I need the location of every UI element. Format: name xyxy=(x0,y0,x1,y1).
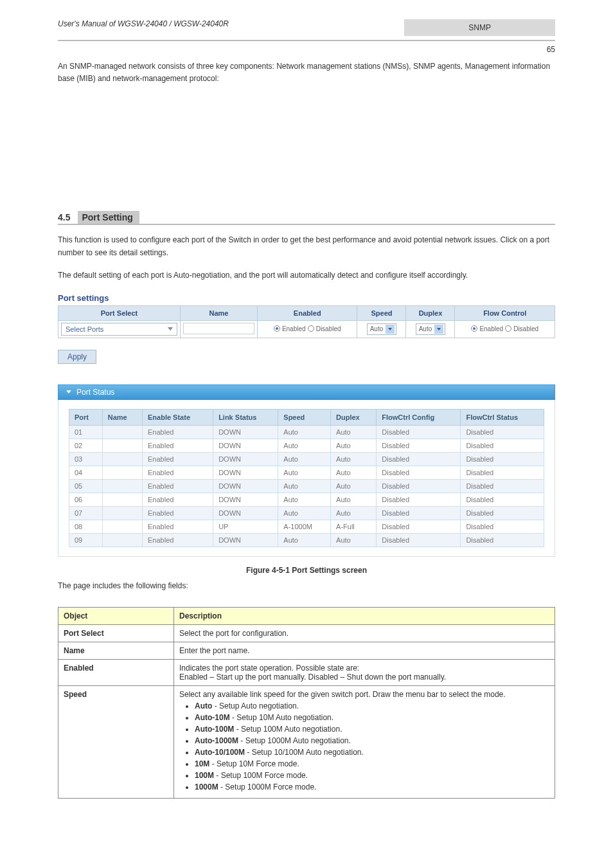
st-cell-link: DOWN xyxy=(213,425,278,439)
od-col-description: Description xyxy=(174,607,555,624)
od-desc-cell: Indicates the port state operation. Poss… xyxy=(174,659,555,685)
speed-dropdown[interactable]: Auto xyxy=(367,323,397,335)
st-cell-name xyxy=(102,425,142,439)
st-cell-speed: Auto xyxy=(278,452,331,466)
list-item: 10M - Setup 10M Force mode. xyxy=(195,759,549,768)
st-cell-fc_cfg: Disabled xyxy=(377,479,461,493)
st-cell-name xyxy=(102,439,142,452)
table-row: NameEnter the port name. xyxy=(58,642,555,659)
od-desc-cell: Select any available link speed for the … xyxy=(174,685,555,798)
list-item: Auto - Setup Auto negotiation. xyxy=(195,701,549,710)
table-row: 08EnabledUPA-1000MA-FullDisabledDisabled xyxy=(69,520,544,533)
figure-caption: Figure 4-5-1 Port Settings screen xyxy=(58,566,555,575)
manual-title: User's Manual of WGSW-24040 / WGSW-24040… xyxy=(58,19,229,28)
od-object-cell: Enabled xyxy=(58,659,174,685)
st-cell-link: DOWN xyxy=(213,506,278,520)
duplex-value: Auto xyxy=(419,325,432,332)
od-desc-cell: Enter the port name. xyxy=(174,642,555,659)
header-section-badge: SNMP xyxy=(404,19,555,36)
list-item: Auto-10M - Setup 10M Auto negotiation. xyxy=(195,713,549,722)
enabled-radio-disabled[interactable]: Disabled xyxy=(308,325,341,332)
st-cell-name xyxy=(102,493,142,506)
st-cell-duplex: Auto xyxy=(331,439,377,452)
st-cell-speed: Auto xyxy=(278,479,331,493)
select-ports-label: Select Ports xyxy=(66,325,103,333)
st-cell-fc_st: Disabled xyxy=(461,479,544,493)
st-cell-fc_st: Disabled xyxy=(461,452,544,466)
enabled-radio-enabled[interactable]: Enabled xyxy=(274,325,306,332)
radio-icon xyxy=(471,325,477,332)
st-cell-port: 02 xyxy=(69,439,103,452)
table-row: 01EnabledDOWNAutoAutoDisabledDisabled xyxy=(69,425,544,439)
select-ports-dropdown[interactable]: Select Ports xyxy=(61,323,177,336)
duplex-dropdown[interactable]: Auto xyxy=(416,323,446,335)
section-divider xyxy=(58,224,555,225)
st-cell-port: 03 xyxy=(69,452,103,466)
object-description-table: Object Description Port SelectSelect the… xyxy=(58,607,555,799)
st-cell-duplex: Auto xyxy=(331,506,377,520)
ps-col-speed: Speed xyxy=(357,305,406,320)
st-cell-fc_st: Disabled xyxy=(461,533,544,547)
st-cell-port: 01 xyxy=(69,425,103,439)
st-cell-link: DOWN xyxy=(213,493,278,506)
st-cell-speed: Auto xyxy=(278,533,331,547)
st-cell-enable: Enabled xyxy=(143,439,213,452)
list-item: Auto-1000M - Setup 1000M Auto negotiatio… xyxy=(195,736,549,745)
st-cell-duplex: Auto xyxy=(331,479,377,493)
st-cell-name xyxy=(102,520,142,533)
st-cell-duplex: Auto xyxy=(331,425,377,439)
section-para-2: The default setting of each port is Auto… xyxy=(58,269,555,282)
ps-col-duplex: Duplex xyxy=(406,305,455,320)
st-cell-enable: Enabled xyxy=(143,520,213,533)
page-number: 65 xyxy=(0,45,613,54)
list-item: Auto-100M - Setup 100M Auto negotiation. xyxy=(195,725,549,734)
radio-icon xyxy=(274,325,280,332)
ps-col-port-select: Port Select xyxy=(58,305,181,320)
table-row: 06EnabledDOWNAutoAutoDisabledDisabled xyxy=(69,493,544,506)
st-cell-link: DOWN xyxy=(213,479,278,493)
st-cell-enable: Enabled xyxy=(143,466,213,479)
st-cell-link: DOWN xyxy=(213,466,278,479)
collapse-icon xyxy=(66,390,71,393)
chevron-down-icon xyxy=(168,327,173,330)
section-para-1: This function is used to configure each … xyxy=(58,234,555,258)
st-col-2: Enable State xyxy=(143,409,213,425)
st-cell-speed: Auto xyxy=(278,466,331,479)
table-row: EnabledIndicates the port state operatio… xyxy=(58,659,555,685)
st-cell-name xyxy=(102,466,142,479)
st-cell-port: 06 xyxy=(69,493,103,506)
st-cell-speed: A-1000M xyxy=(278,520,331,533)
st-col-0: Port xyxy=(69,409,103,425)
st-cell-enable: Enabled xyxy=(143,425,213,439)
port-status-header[interactable]: Port Status xyxy=(58,384,555,400)
st-cell-duplex: Auto xyxy=(331,533,377,547)
list-item: Auto-10/100M - Setup 10/100M Auto negoti… xyxy=(195,748,549,757)
table-row: 09EnabledDOWNAutoAutoDisabledDisabled xyxy=(69,533,544,547)
od-object-cell: Speed xyxy=(58,685,174,798)
st-cell-port: 08 xyxy=(69,520,103,533)
flow-radio-disabled[interactable]: Disabled xyxy=(505,325,538,332)
name-input[interactable] xyxy=(183,323,254,334)
flow-radio-enabled[interactable]: Enabled xyxy=(471,325,503,332)
figure-description: The page includes the following fields: xyxy=(58,580,555,592)
table-row: SpeedSelect any available link speed for… xyxy=(58,685,555,798)
st-cell-fc_cfg: Disabled xyxy=(377,506,461,520)
port-settings-table: Port Select Name Enabled Speed Duplex Fl… xyxy=(58,305,555,338)
od-object-cell: Name xyxy=(58,642,174,659)
st-cell-link: DOWN xyxy=(213,439,278,452)
st-cell-link: UP xyxy=(213,520,278,533)
ps-col-flow: Flow Control xyxy=(455,305,555,320)
st-col-4: Speed xyxy=(278,409,331,425)
od-col-object: Object xyxy=(58,607,174,624)
st-cell-fc_st: Disabled xyxy=(461,425,544,439)
od-desc-cell: Select the port for configuration. xyxy=(174,624,555,642)
table-row: Port SelectSelect the port for configura… xyxy=(58,624,555,642)
apply-button[interactable]: Apply xyxy=(58,350,96,364)
st-cell-name xyxy=(102,452,142,466)
table-row: 02EnabledDOWNAutoAutoDisabledDisabled xyxy=(69,439,544,452)
table-row: 04EnabledDOWNAutoAutoDisabledDisabled xyxy=(69,466,544,479)
st-cell-duplex: Auto xyxy=(331,452,377,466)
st-cell-speed: Auto xyxy=(278,506,331,520)
list-item: 1000M - Setup 1000M Force mode. xyxy=(195,782,549,791)
st-cell-fc_cfg: Disabled xyxy=(377,533,461,547)
